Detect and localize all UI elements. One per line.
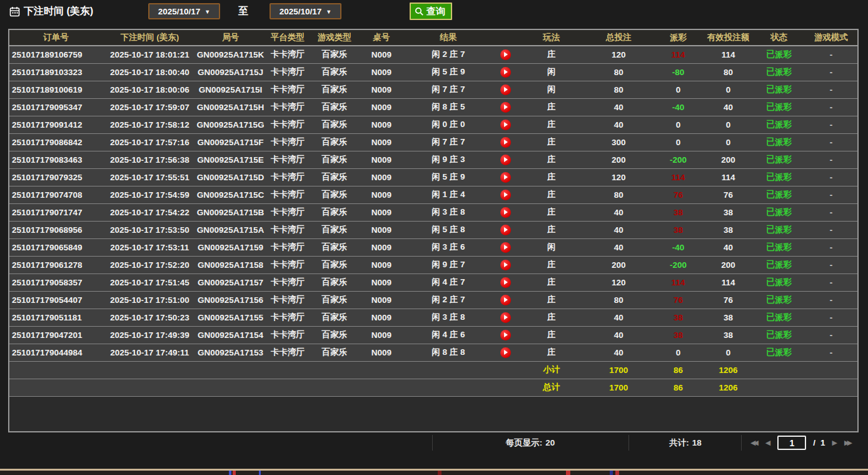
game-mode-cell: - bbox=[805, 203, 858, 221]
table-row: 251017179095347 2025-10-17 17:59:07 GN00… bbox=[9, 98, 858, 116]
round-number-cell: GN00925A1715A bbox=[196, 221, 264, 238]
column-header-payout: 派彩 bbox=[653, 29, 703, 46]
play-video-icon[interactable] bbox=[500, 172, 511, 183]
result-cell: 闲 2 庄 7 bbox=[405, 46, 492, 63]
bet-time-filter-text: 下注时间 (美东) bbox=[24, 5, 93, 18]
play-video-icon[interactable] bbox=[500, 190, 511, 200]
payout-cell: 38 bbox=[653, 309, 703, 326]
replay-cell bbox=[492, 46, 518, 63]
underlay-content-sliver bbox=[0, 471, 868, 475]
table-no-cell: N009 bbox=[358, 116, 405, 133]
date-from-select[interactable]: 2025/10/17 ▼ bbox=[148, 3, 220, 19]
table-no-cell: N009 bbox=[358, 133, 405, 151]
bet-option-cell: 庄 bbox=[518, 221, 584, 238]
platform-cell: 卡卡湾厅 bbox=[265, 221, 311, 238]
game-type-cell: 百家乐 bbox=[311, 221, 358, 238]
first-page-button[interactable]: ◀◀ bbox=[750, 439, 759, 446]
platform-cell: 卡卡湾厅 bbox=[265, 151, 311, 168]
total-spacer-right bbox=[754, 379, 858, 396]
play-video-icon[interactable] bbox=[500, 67, 511, 78]
play-video-icon[interactable] bbox=[500, 49, 511, 60]
round-number-cell: GN00925A1715G bbox=[196, 116, 264, 133]
bet-option-cell: 庄 bbox=[518, 151, 584, 168]
underlay-artifact bbox=[438, 471, 442, 475]
table-no-cell: N009 bbox=[358, 238, 405, 256]
result-cell: 闲 5 庄 8 bbox=[405, 221, 492, 238]
payout-cell: 0 bbox=[653, 81, 703, 98]
table-no-cell: N009 bbox=[358, 203, 405, 221]
subtotal-label: 小计 bbox=[518, 361, 584, 379]
bet-time-cell: 2025-10-17 17:59:07 bbox=[103, 98, 196, 116]
play-video-icon[interactable] bbox=[500, 155, 511, 165]
page-number-input[interactable] bbox=[777, 436, 806, 450]
footer-divider bbox=[432, 435, 433, 451]
play-video-icon[interactable] bbox=[500, 225, 511, 235]
prev-page-button[interactable]: ◀ bbox=[765, 439, 770, 446]
subtotal-valid: 1206 bbox=[704, 361, 754, 379]
total-spacer bbox=[9, 379, 518, 396]
play-video-icon[interactable] bbox=[500, 277, 511, 288]
status-cell: 已派彩 bbox=[754, 168, 805, 186]
table-no-cell: N009 bbox=[358, 46, 405, 63]
play-video-icon[interactable] bbox=[500, 295, 511, 305]
play-video-icon[interactable] bbox=[500, 120, 511, 130]
query-button[interactable]: 查询 bbox=[410, 3, 452, 20]
play-video-icon[interactable] bbox=[500, 330, 511, 340]
valid-bet-cell: 40 bbox=[704, 238, 754, 256]
total-bet-cell: 80 bbox=[584, 81, 653, 98]
table-totals: 小计 1700 86 1206 总计 1700 86 1206 bbox=[9, 361, 858, 432]
table-row: 251017189100619 2025-10-17 18:00:06 GN00… bbox=[9, 81, 858, 98]
play-video-icon[interactable] bbox=[500, 242, 511, 253]
table-row: 251017179058357 2025-10-17 17:51:45 GN00… bbox=[9, 273, 858, 291]
result-cell: 闲 5 庄 9 bbox=[405, 168, 492, 186]
result-cell: 闲 4 庄 6 bbox=[405, 326, 492, 344]
play-video-icon[interactable] bbox=[500, 84, 511, 95]
play-video-icon[interactable] bbox=[500, 260, 511, 270]
table-no-cell: N009 bbox=[358, 186, 405, 203]
play-video-icon[interactable] bbox=[500, 312, 511, 323]
footer-divider bbox=[741, 435, 742, 451]
bet-time-cell: 2025-10-17 17:55:51 bbox=[103, 168, 196, 186]
game-type-cell: 百家乐 bbox=[311, 63, 358, 81]
payout-cell: 76 bbox=[653, 186, 703, 203]
last-page-button[interactable]: ▶▶ bbox=[844, 439, 852, 446]
total-bet-cell: 40 bbox=[584, 344, 653, 361]
total-payout: 86 bbox=[653, 379, 703, 396]
play-video-icon[interactable] bbox=[500, 137, 511, 148]
total-bet-cell: 40 bbox=[584, 221, 653, 238]
play-video-icon[interactable] bbox=[500, 102, 511, 113]
bet-option-cell: 闲 bbox=[518, 63, 584, 81]
status-cell: 已派彩 bbox=[754, 203, 805, 221]
play-video-icon[interactable] bbox=[500, 207, 511, 218]
result-cell: 闲 3 庄 6 bbox=[405, 238, 492, 256]
table-row: 251017189106759 2025-10-17 18:01:21 GN00… bbox=[9, 46, 858, 63]
order-number-cell: 251017179068956 bbox=[9, 221, 103, 238]
game-mode-cell: - bbox=[805, 238, 858, 256]
replay-cell bbox=[492, 256, 518, 273]
game-type-cell: 百家乐 bbox=[311, 344, 358, 361]
status-cell: 已派彩 bbox=[754, 326, 805, 344]
total-bet: 1700 bbox=[584, 379, 653, 396]
play-video-icon[interactable] bbox=[500, 347, 511, 358]
platform-cell: 卡卡湾厅 bbox=[265, 46, 311, 63]
payout-cell: 38 bbox=[653, 326, 703, 344]
game-type-cell: 百家乐 bbox=[311, 238, 358, 256]
result-cell: 闲 5 庄 9 bbox=[405, 63, 492, 81]
per-page-label: 每页显示: bbox=[506, 437, 543, 449]
column-header-replay bbox=[492, 29, 518, 46]
valid-bet-cell: 80 bbox=[704, 63, 754, 81]
column-header-order: 订单号 bbox=[9, 29, 103, 46]
empty-filler-row bbox=[9, 396, 858, 432]
platform-cell: 卡卡湾厅 bbox=[265, 203, 311, 221]
payout-cell: -40 bbox=[653, 238, 703, 256]
payout-cell: -80 bbox=[653, 63, 703, 81]
total-bet-cell: 40 bbox=[584, 326, 653, 344]
status-cell: 已派彩 bbox=[754, 238, 805, 256]
next-page-button[interactable]: ▶ bbox=[832, 439, 837, 446]
bet-time-cell: 2025-10-17 17:52:20 bbox=[103, 256, 196, 273]
table-no-cell: N009 bbox=[358, 344, 405, 361]
bet-option-cell: 庄 bbox=[518, 344, 584, 361]
game-type-cell: 百家乐 bbox=[311, 168, 358, 186]
date-to-select[interactable]: 2025/10/17 ▼ bbox=[270, 3, 341, 19]
replay-cell bbox=[492, 203, 518, 221]
